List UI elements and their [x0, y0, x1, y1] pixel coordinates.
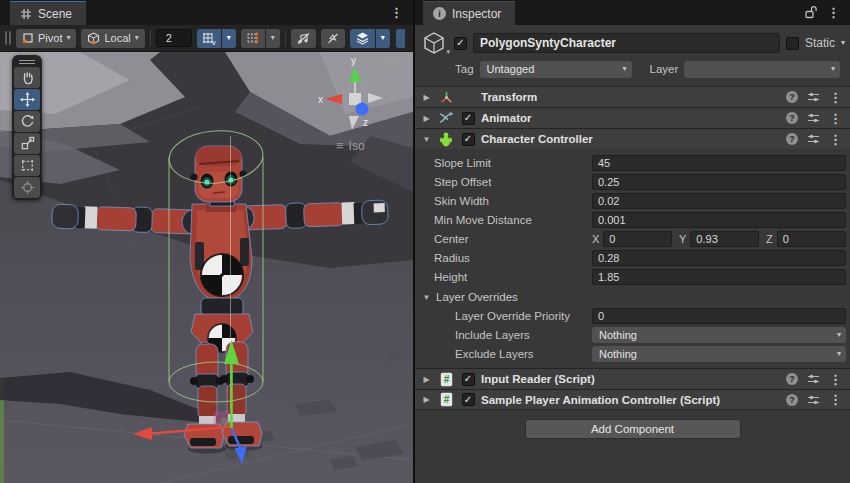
iso-lines-icon: ≡	[336, 138, 344, 153]
rect-tool-button[interactable]	[14, 155, 40, 176]
tag-value: Untagged	[487, 63, 535, 75]
transform-tool-button[interactable]	[14, 177, 40, 198]
effects-visibility-caret[interactable]: ▾	[376, 29, 390, 48]
component-header-character-controller[interactable]: ▼ ✓ Character Controller ?	[415, 128, 850, 149]
layer-dropdown[interactable]: ▾	[684, 61, 840, 78]
scene-toolbar: Pivot ▾ Local ▾ y	[0, 25, 413, 52]
presets-icon[interactable]	[807, 91, 820, 103]
radius-input[interactable]	[592, 250, 846, 266]
scene-grid-icon	[20, 8, 32, 20]
transform-combined-icon	[20, 180, 35, 195]
include-layers-dropdown[interactable]: Nothing ▾	[592, 327, 846, 343]
help-icon[interactable]: ?	[786, 91, 798, 103]
tab-scene[interactable]: Scene	[10, 1, 86, 25]
component-enabled-checkbox[interactable]: ✓	[462, 393, 475, 406]
snap-settings-toggle[interactable]	[241, 29, 265, 48]
handle-rotation-dropdown[interactable]: Local ▾	[81, 29, 144, 48]
help-icon[interactable]: ?	[786, 394, 798, 406]
component-header-transform[interactable]: ▶ Transform ?	[415, 86, 850, 107]
height-input[interactable]	[592, 269, 846, 285]
scene-menu-kebab-icon[interactable]: ⋮	[390, 6, 403, 19]
gizmo-z-sphere[interactable]	[356, 103, 369, 116]
foldout-open-icon: ▼	[421, 293, 432, 302]
grid-visibility-caret[interactable]: ▾	[222, 29, 236, 48]
component-kebab-icon[interactable]: ⋮	[829, 133, 842, 146]
component-header-animator[interactable]: ▶ ✓ Animator ? ⋮	[415, 107, 850, 128]
layer-override-priority-input[interactable]	[592, 308, 846, 324]
dropdown-caret-icon: ▾	[831, 65, 835, 73]
step-offset-input[interactable]	[592, 174, 846, 190]
gameobject-cube-icon	[422, 31, 446, 55]
scale-tool-button[interactable]	[14, 133, 40, 154]
component-header-sample-player-animation-controller[interactable]: ▶ # ✓ Sample Player Animation Controller…	[415, 389, 850, 410]
character-controller-body: Slope Limit Step Offset Skin Width Min M…	[415, 149, 850, 368]
scene-3d-render: x y z	[0, 52, 413, 483]
rotate-tool-button[interactable]	[14, 111, 40, 132]
axis-z-label: z	[363, 117, 368, 128]
projection-indicator[interactable]: ≡ Iso	[336, 138, 365, 153]
layer-overrides-foldout[interactable]: ▼ Layer Overrides	[415, 288, 850, 306]
tab-inspector[interactable]: i Inspector	[423, 1, 515, 25]
snap-settings-caret[interactable]: ▾	[266, 29, 280, 48]
presets-icon[interactable]	[807, 133, 820, 145]
help-icon[interactable]: ?	[786, 373, 798, 385]
foldout-closed-icon[interactable]: ▶	[421, 114, 432, 123]
center-z-input[interactable]	[777, 231, 846, 247]
component-title: Transform	[481, 91, 781, 103]
lock-icon[interactable]	[804, 5, 817, 19]
gameobject-header: ▾ ✓ Static ▾ Tag Untagged ▾ Layer	[415, 25, 850, 86]
grid-size-input[interactable]	[156, 29, 192, 47]
grid-y-icon: y	[202, 32, 216, 45]
help-icon[interactable]: ?	[786, 133, 798, 145]
component-title: Animator	[481, 112, 781, 124]
gameobject-name-input[interactable]	[473, 33, 780, 53]
local-cube-icon	[87, 32, 100, 45]
help-icon[interactable]: ?	[786, 112, 798, 124]
view-hand-tool-button[interactable]	[14, 67, 40, 88]
skin-width-input[interactable]	[592, 193, 846, 209]
audio-mute-toggle[interactable]	[291, 29, 316, 48]
dropdown-caret-icon: ▾	[837, 331, 841, 339]
component-kebab-icon[interactable]: ⋮	[829, 91, 842, 104]
component-kebab-icon[interactable]: ⋮	[829, 393, 842, 406]
effects-visibility-toggle[interactable]	[350, 29, 375, 48]
component-kebab-icon[interactable]: ⋮	[829, 373, 842, 386]
pivot-caret-icon: ▾	[66, 34, 70, 42]
add-component-button[interactable]: Add Component	[525, 419, 741, 439]
pivot-dropdown[interactable]: Pivot ▾	[16, 29, 76, 48]
active-checkbox[interactable]: ✓	[454, 37, 467, 50]
exclude-layers-dropdown[interactable]: Nothing ▾	[592, 346, 846, 362]
camera-fx-toggle[interactable]	[321, 29, 345, 48]
component-kebab-icon[interactable]: ⋮	[829, 112, 842, 125]
presets-icon[interactable]	[807, 373, 820, 385]
center-y-input[interactable]	[690, 231, 759, 247]
slope-limit-input[interactable]	[592, 155, 846, 171]
tag-dropdown[interactable]: Untagged ▾	[480, 61, 632, 78]
foldout-open-icon[interactable]: ▼	[421, 135, 432, 144]
inspector-menu-kebab-icon[interactable]: ⋮	[827, 6, 840, 19]
grid-visibility-toggle[interactable]: y	[197, 29, 221, 48]
component-enabled-checkbox[interactable]: ✓	[462, 112, 475, 125]
scene-viewport[interactable]: x y z	[0, 52, 413, 483]
presets-icon[interactable]	[807, 394, 820, 406]
toolbar-drag-handle[interactable]	[5, 31, 11, 45]
center-x-input[interactable]	[603, 231, 672, 247]
svg-text:#: #	[443, 394, 449, 405]
handle-rotation-label: Local	[104, 32, 130, 44]
foldout-closed-icon[interactable]: ▶	[421, 93, 432, 102]
component-header-input-reader[interactable]: ▶ # ✓ Input Reader (Script) ? ⋮	[415, 368, 850, 389]
audio-off-icon	[296, 32, 311, 45]
gameobject-icon[interactable]: ▾	[420, 30, 448, 56]
min-move-distance-input[interactable]	[592, 212, 846, 228]
tools-drag-handle[interactable]	[14, 57, 40, 66]
field-label: Center	[434, 233, 592, 245]
foldout-closed-icon[interactable]: ▶	[421, 375, 432, 384]
move-tool-button[interactable]	[14, 89, 40, 110]
foldout-closed-icon[interactable]: ▶	[421, 395, 432, 404]
toolbar-overflow-button[interactable]	[396, 29, 405, 48]
presets-icon[interactable]	[807, 112, 820, 124]
static-flags-caret-icon[interactable]: ▾	[841, 39, 845, 47]
component-enabled-checkbox[interactable]: ✓	[462, 373, 475, 386]
static-checkbox[interactable]	[786, 37, 799, 50]
component-enabled-checkbox[interactable]: ✓	[462, 133, 475, 146]
